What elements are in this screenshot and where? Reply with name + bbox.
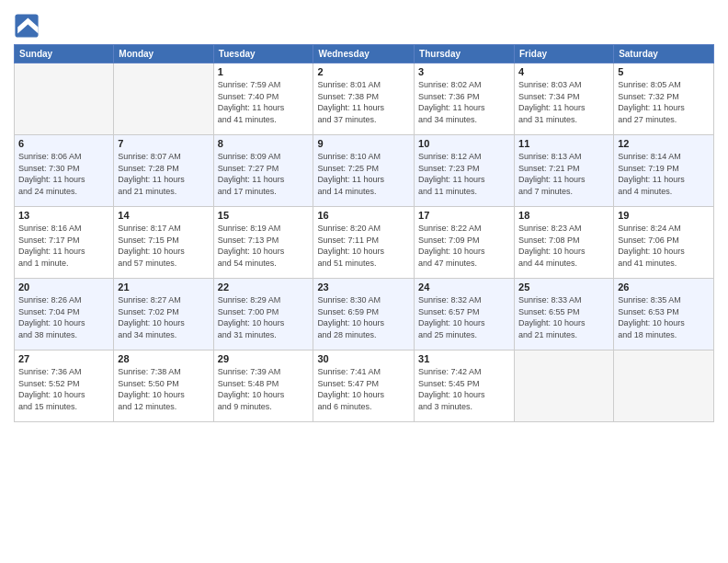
calendar-cell: 16Sunrise: 8:20 AM Sunset: 7:11 PM Dayli… (313, 207, 415, 279)
day-number: 5 (618, 66, 710, 77)
logo-icon (14, 13, 40, 39)
calendar-cell: 25Sunrise: 8:33 AM Sunset: 6:55 PM Dayli… (515, 279, 614, 350)
calendar-table: SundayMondayTuesdayWednesdayThursdayFrid… (14, 44, 714, 422)
day-info: Sunrise: 8:06 AM Sunset: 7:30 PM Dayligh… (18, 151, 109, 197)
day-number: 11 (518, 138, 609, 149)
calendar-container: SundayMondayTuesdayWednesdayThursdayFrid… (0, 0, 728, 427)
week-row-2: 6Sunrise: 8:06 AM Sunset: 7:30 PM Daylig… (15, 135, 714, 207)
calendar-cell: 1Sunrise: 7:59 AM Sunset: 7:40 PM Daylig… (213, 63, 313, 135)
day-info: Sunrise: 8:01 AM Sunset: 7:38 PM Dayligh… (317, 79, 410, 125)
weekday-header-friday: Friday (515, 45, 614, 63)
calendar-cell: 29Sunrise: 7:39 AM Sunset: 5:48 PM Dayli… (213, 350, 313, 422)
calendar-cell (114, 63, 213, 135)
day-info: Sunrise: 8:07 AM Sunset: 7:28 PM Dayligh… (118, 151, 209, 197)
day-number: 28 (118, 353, 209, 364)
weekday-header-saturday: Saturday (614, 45, 714, 63)
calendar-cell: 11Sunrise: 8:13 AM Sunset: 7:21 PM Dayli… (515, 135, 614, 207)
calendar-cell: 26Sunrise: 8:35 AM Sunset: 6:53 PM Dayli… (614, 279, 714, 350)
calendar-cell: 12Sunrise: 8:14 AM Sunset: 7:19 PM Dayli… (614, 135, 714, 207)
day-number: 18 (518, 210, 609, 221)
day-info: Sunrise: 8:05 AM Sunset: 7:32 PM Dayligh… (618, 79, 710, 125)
day-info: Sunrise: 8:22 AM Sunset: 7:09 PM Dayligh… (418, 223, 510, 269)
day-number: 6 (18, 138, 109, 149)
day-number: 4 (518, 66, 609, 77)
day-number: 31 (418, 353, 510, 364)
day-number: 8 (218, 138, 310, 149)
day-info: Sunrise: 8:30 AM Sunset: 6:59 PM Dayligh… (317, 294, 410, 340)
day-number: 2 (317, 66, 410, 77)
day-number: 1 (218, 66, 310, 77)
day-info: Sunrise: 7:59 AM Sunset: 7:40 PM Dayligh… (218, 79, 310, 125)
calendar-cell: 15Sunrise: 8:19 AM Sunset: 7:13 PM Dayli… (213, 207, 313, 279)
day-number: 7 (118, 138, 209, 149)
day-info: Sunrise: 8:20 AM Sunset: 7:11 PM Dayligh… (317, 223, 410, 269)
day-info: Sunrise: 8:35 AM Sunset: 6:53 PM Dayligh… (618, 294, 710, 340)
day-number: 10 (418, 138, 510, 149)
calendar-cell (614, 350, 714, 422)
logo (14, 13, 42, 39)
day-info: Sunrise: 8:16 AM Sunset: 7:17 PM Dayligh… (18, 223, 109, 269)
day-number: 30 (317, 353, 410, 364)
day-number: 12 (618, 138, 710, 149)
week-row-3: 13Sunrise: 8:16 AM Sunset: 7:17 PM Dayli… (15, 207, 714, 279)
day-number: 16 (317, 210, 410, 221)
calendar-cell: 14Sunrise: 8:17 AM Sunset: 7:15 PM Dayli… (114, 207, 213, 279)
day-number: 15 (218, 210, 310, 221)
calendar-cell: 24Sunrise: 8:32 AM Sunset: 6:57 PM Dayli… (415, 279, 515, 350)
calendar-cell: 7Sunrise: 8:07 AM Sunset: 7:28 PM Daylig… (114, 135, 213, 207)
day-number: 20 (18, 282, 109, 293)
calendar-cell: 19Sunrise: 8:24 AM Sunset: 7:06 PM Dayli… (614, 207, 714, 279)
day-info: Sunrise: 7:41 AM Sunset: 5:47 PM Dayligh… (317, 366, 410, 412)
calendar-cell: 17Sunrise: 8:22 AM Sunset: 7:09 PM Dayli… (415, 207, 515, 279)
day-info: Sunrise: 8:13 AM Sunset: 7:21 PM Dayligh… (518, 151, 609, 197)
day-number: 22 (218, 282, 310, 293)
day-number: 23 (317, 282, 410, 293)
week-row-4: 20Sunrise: 8:26 AM Sunset: 7:04 PM Dayli… (15, 279, 714, 350)
day-info: Sunrise: 7:39 AM Sunset: 5:48 PM Dayligh… (218, 366, 310, 412)
day-info: Sunrise: 7:36 AM Sunset: 5:52 PM Dayligh… (18, 366, 109, 412)
calendar-cell: 6Sunrise: 8:06 AM Sunset: 7:30 PM Daylig… (15, 135, 114, 207)
calendar-cell: 18Sunrise: 8:23 AM Sunset: 7:08 PM Dayli… (515, 207, 614, 279)
day-info: Sunrise: 8:12 AM Sunset: 7:23 PM Dayligh… (418, 151, 510, 197)
calendar-cell: 13Sunrise: 8:16 AM Sunset: 7:17 PM Dayli… (15, 207, 114, 279)
day-info: Sunrise: 8:09 AM Sunset: 7:27 PM Dayligh… (218, 151, 310, 197)
day-number: 3 (418, 66, 510, 77)
calendar-cell: 28Sunrise: 7:38 AM Sunset: 5:50 PM Dayli… (114, 350, 213, 422)
day-info: Sunrise: 8:29 AM Sunset: 7:00 PM Dayligh… (218, 294, 310, 340)
day-info: Sunrise: 8:24 AM Sunset: 7:06 PM Dayligh… (618, 223, 710, 269)
calendar-cell: 20Sunrise: 8:26 AM Sunset: 7:04 PM Dayli… (15, 279, 114, 350)
day-info: Sunrise: 8:23 AM Sunset: 7:08 PM Dayligh… (518, 223, 609, 269)
calendar-cell: 8Sunrise: 8:09 AM Sunset: 7:27 PM Daylig… (213, 135, 313, 207)
day-info: Sunrise: 8:33 AM Sunset: 6:55 PM Dayligh… (518, 294, 609, 340)
calendar-cell: 27Sunrise: 7:36 AM Sunset: 5:52 PM Dayli… (15, 350, 114, 422)
calendar-cell: 22Sunrise: 8:29 AM Sunset: 7:00 PM Dayli… (213, 279, 313, 350)
day-number: 29 (218, 353, 310, 364)
day-info: Sunrise: 7:42 AM Sunset: 5:45 PM Dayligh… (418, 366, 510, 412)
calendar-cell: 4Sunrise: 8:03 AM Sunset: 7:34 PM Daylig… (515, 63, 614, 135)
calendar-cell: 21Sunrise: 8:27 AM Sunset: 7:02 PM Dayli… (114, 279, 213, 350)
week-row-1: 1Sunrise: 7:59 AM Sunset: 7:40 PM Daylig… (15, 63, 714, 135)
calendar-cell: 3Sunrise: 8:02 AM Sunset: 7:36 PM Daylig… (415, 63, 515, 135)
weekday-header-sunday: Sunday (15, 45, 114, 63)
day-info: Sunrise: 8:14 AM Sunset: 7:19 PM Dayligh… (618, 151, 710, 197)
calendar-cell: 31Sunrise: 7:42 AM Sunset: 5:45 PM Dayli… (415, 350, 515, 422)
day-info: Sunrise: 8:17 AM Sunset: 7:15 PM Dayligh… (118, 223, 209, 269)
day-info: Sunrise: 8:26 AM Sunset: 7:04 PM Dayligh… (18, 294, 109, 340)
weekday-header-thursday: Thursday (415, 45, 515, 63)
day-number: 25 (518, 282, 609, 293)
calendar-cell (15, 63, 114, 135)
day-info: Sunrise: 8:03 AM Sunset: 7:34 PM Dayligh… (518, 79, 609, 125)
calendar-cell: 9Sunrise: 8:10 AM Sunset: 7:25 PM Daylig… (313, 135, 415, 207)
day-info: Sunrise: 7:38 AM Sunset: 5:50 PM Dayligh… (118, 366, 209, 412)
day-info: Sunrise: 8:10 AM Sunset: 7:25 PM Dayligh… (317, 151, 410, 197)
calendar-cell: 10Sunrise: 8:12 AM Sunset: 7:23 PM Dayli… (415, 135, 515, 207)
day-number: 17 (418, 210, 510, 221)
week-row-5: 27Sunrise: 7:36 AM Sunset: 5:52 PM Dayli… (15, 350, 714, 422)
weekday-header-row: SundayMondayTuesdayWednesdayThursdayFrid… (15, 45, 714, 63)
day-number: 21 (118, 282, 209, 293)
day-number: 9 (317, 138, 410, 149)
calendar-cell: 2Sunrise: 8:01 AM Sunset: 7:38 PM Daylig… (313, 63, 415, 135)
day-info: Sunrise: 8:32 AM Sunset: 6:57 PM Dayligh… (418, 294, 510, 340)
day-number: 13 (18, 210, 109, 221)
day-info: Sunrise: 8:27 AM Sunset: 7:02 PM Dayligh… (118, 294, 209, 340)
